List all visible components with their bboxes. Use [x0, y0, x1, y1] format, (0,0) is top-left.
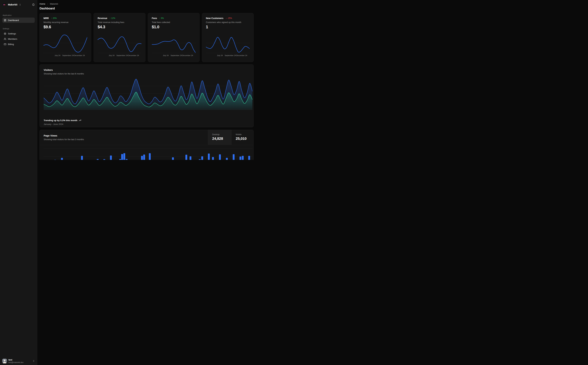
sparkline-x-labels: July 24 September 24 December 24 [152, 54, 195, 57]
sidebar-item-dashboard[interactable]: Dashboard [2, 18, 35, 23]
stat-card-description: Total revenue including fees [97, 21, 141, 23]
sparkline-x-labels: July 24 September 24 December 24 [206, 54, 249, 57]
revenue-sparkline-chart [97, 35, 141, 53]
page-views-bar [103, 159, 105, 160]
stat-card-description: Customers who signed up this month [206, 21, 249, 23]
page-views-bar [212, 157, 214, 160]
visitors-card: Visitors Showing total visitors for the … [40, 64, 254, 127]
gear-icon [4, 32, 6, 35]
sidebar-item-label: Settings [8, 32, 16, 35]
visitors-footer-secondary: January - June 2024 [44, 123, 63, 126]
tab-value: 25,010 [236, 136, 253, 141]
page-views-bar [185, 155, 187, 160]
page-views-bar [126, 159, 128, 160]
stat-card-value: $1.0 [152, 25, 195, 29]
new-customers-sparkline-chart [206, 35, 249, 53]
breadcrumb-current: Makerkit [50, 3, 58, 5]
notifications-bell-icon[interactable] [32, 3, 35, 6]
page-views-bar [121, 154, 123, 160]
tab-desktop[interactable]: Desktop 24,828 [208, 130, 231, 145]
tab-label: Mobile [236, 133, 253, 136]
page-views-bar [199, 159, 201, 160]
stat-card-value: $9.6 [43, 25, 87, 29]
makerkit-logo: m [2, 3, 6, 7]
dashboard-icon [4, 19, 6, 21]
visitors-title: Visitors [44, 69, 249, 71]
sparkline-x-labels: July 24 September 24 December 24 [43, 54, 87, 57]
stat-card-fees: Fees ↑ 9% Total fees collected $1.0 July… [148, 13, 200, 62]
page-views-bar [61, 158, 63, 160]
delta-badge: ↑ 12% [110, 17, 115, 19]
arrow-up-icon: ↑ [110, 17, 111, 19]
page-views-bar [248, 156, 250, 160]
page-views-bar [141, 156, 143, 160]
page-views-bar [201, 156, 203, 160]
stat-card-value: 1 [206, 25, 249, 29]
visitors-trend-line: Trending up by 5.2% this month [44, 119, 81, 122]
page-views-card: Page Views Showing total visitors for th… [40, 130, 254, 160]
page-views-bar [208, 154, 210, 160]
logo-letter: m [3, 3, 5, 6]
sidebar-item-settings[interactable]: Settings [2, 31, 35, 36]
credit-card-icon [4, 43, 6, 45]
page-title: Dashboard [40, 7, 254, 10]
main-content: Home Makerkit Dashboard MRR ↑ 20% Monthl… [37, 0, 257, 160]
breadcrumb: Home Makerkit [40, 3, 254, 5]
sidebar-item-label: Members [8, 38, 17, 40]
page-views-bar [172, 157, 174, 160]
mrr-sparkline-chart [43, 35, 87, 53]
page-views-bar-chart [44, 148, 252, 160]
visitors-footer-primary: Trending up by 5.2% this month [44, 119, 77, 122]
tab-mobile[interactable]: Mobile 25,010 [231, 130, 253, 145]
stat-card-new-customers: New Customers ↓ -25% Customers who signe… [202, 13, 254, 62]
page-views-tabs: Desktop 24,828 Mobile 25,010 [208, 130, 253, 145]
fees-sparkline-chart [152, 35, 195, 53]
chevrons-up-down-icon[interactable] [19, 4, 21, 6]
page-views-bar [190, 156, 191, 160]
page-views-bar [97, 159, 99, 160]
stat-card-title: Revenue [97, 17, 107, 20]
page-views-bar [123, 153, 125, 160]
page-views-header: Page Views Showing total visitors for th… [40, 130, 253, 145]
nav-section-label-settings: Settings [3, 28, 35, 30]
visitors-area-chart [44, 78, 252, 110]
trending-up-icon [79, 119, 81, 122]
stat-card-revenue: Revenue ↑ 12% Total revenue including fe… [94, 13, 145, 62]
delta-value: -25% [228, 17, 232, 19]
tab-label: Desktop [212, 133, 231, 136]
stat-card-description: Monthly recurring revenue [43, 21, 87, 23]
stat-card-title: New Customers [206, 17, 223, 20]
sidebar-item-billing[interactable]: Billing [2, 42, 35, 47]
page-views-bar [81, 156, 83, 160]
users-icon [4, 38, 6, 40]
visitors-description: Showing total visitors for the last 6 mo… [44, 72, 249, 75]
sidebar-item-members[interactable]: Members [2, 36, 35, 42]
workspace-header: m Makerkit [2, 2, 35, 7]
delta-badge: ↑ 20% [51, 17, 57, 19]
page-views-bar [219, 154, 221, 160]
page-views-bar [54, 160, 56, 160]
breadcrumb-home-link[interactable]: Home [40, 3, 45, 5]
nav-section-label-application: Application [3, 14, 35, 16]
delta-value: 9% [161, 17, 164, 19]
stat-cards-row: MRR ↑ 20% Monthly recurring revenue $9.6… [40, 13, 254, 62]
page-views-bar [143, 154, 145, 160]
stat-card-value: $4.3 [97, 25, 141, 29]
sparkline-x-labels: July 24 September 24 December 24 [97, 54, 141, 57]
stat-card-mrr: MRR ↑ 20% Monthly recurring revenue $9.6… [40, 13, 91, 62]
delta-value: 20% [53, 17, 57, 19]
sidebar-item-label: Billing [8, 43, 14, 45]
delta-badge: ↓ -25% [226, 17, 232, 19]
page-views-bar [110, 155, 112, 160]
tab-value: 24,828 [212, 136, 231, 141]
delta-value: 12% [111, 17, 115, 19]
stat-card-description: Total fees collected [152, 21, 195, 23]
page-views-bar [149, 153, 151, 160]
stat-card-title: Fees [152, 17, 157, 20]
sidebar-item-label: Dashboard [8, 19, 19, 21]
delta-badge: ↑ 9% [159, 17, 164, 19]
workspace-name: Makerkit [8, 3, 17, 6]
stat-card-title: MRR [43, 17, 49, 20]
arrow-up-icon: ↑ [51, 17, 52, 19]
sidebar: m Makerkit Application Dashboard Setting… [0, 0, 37, 160]
